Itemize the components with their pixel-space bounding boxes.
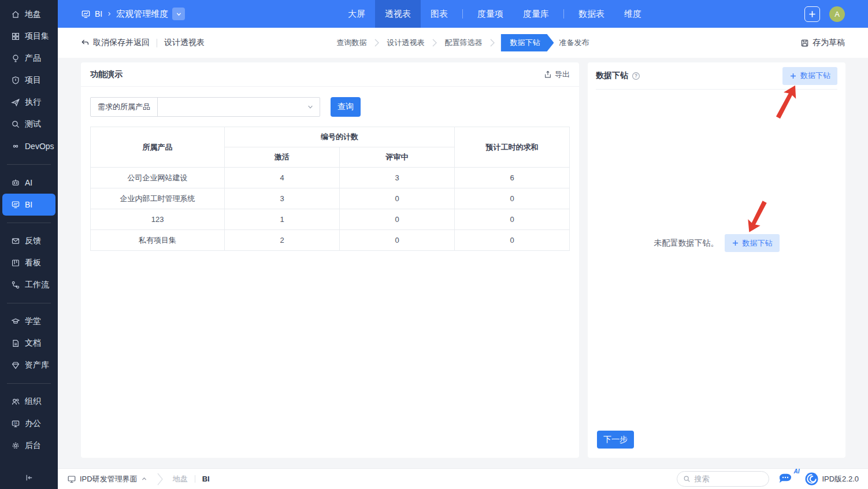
cell-value: 0 [455,188,570,209]
school-icon [10,317,20,327]
help-icon[interactable]: ? [632,72,640,80]
annotation-arrow-empty [743,198,771,235]
footer-crumb-divider [195,475,195,483]
search-input[interactable] [694,475,763,483]
sidebar-divider [7,303,51,303]
sidebar-item-admin[interactable]: 后台 [2,435,55,457]
table-row: 私有项目集200 [91,230,570,251]
sidebar-item-kanban[interactable]: 看板 [2,252,55,274]
sidebar-item-label: 测试 [25,119,41,129]
sidebar-item-project-set[interactable]: 项目集 [2,25,55,47]
ai-assistant-button[interactable]: AI [778,472,792,486]
cell-value: 1 [225,209,340,230]
drill-header-divider [596,89,837,90]
zentao-logo-icon[interactable] [805,472,818,486]
sidebar-item-ai[interactable]: AI [2,172,55,194]
version-label: IPD版2.2.0 [822,474,859,484]
devops-icon [10,142,20,151]
tab-透视表[interactable]: 透视表 [375,0,421,28]
step-设计透视表[interactable]: 设计透视表 [384,38,428,48]
add-drill-down-button-empty[interactable]: 数据下钻 [725,234,780,252]
cell-value: 3 [340,168,455,188]
app-switcher-label: IPD研发管理界面 [80,474,138,484]
cell-product: 123 [91,209,225,230]
collapse-left-icon [25,473,34,482]
step-separator-icon [374,39,380,47]
tab-数据表[interactable]: 数据表 [569,0,614,28]
query-button[interactable]: 查询 [331,97,361,117]
tab-度量项[interactable]: 度量项 [468,0,513,28]
sidebar-item-office[interactable]: OA办公 [2,413,55,435]
breadcrumb-chevron-icon [106,11,112,17]
sidebar-item-school[interactable]: 学堂 [2,310,55,332]
tab-group-divider [563,9,564,18]
step-准备发布[interactable]: 准备发布 [556,38,593,48]
tab-度量库[interactable]: 度量库 [513,0,559,28]
cell-value: 6 [455,168,570,188]
ai-icon [10,178,20,188]
tab-图表[interactable]: 图表 [421,0,458,28]
chevron-down-icon [176,11,182,17]
add-drill-down-label: 数据下钻 [743,238,773,249]
top-tabs: 大屏透视表图表度量项度量库数据表维度 [338,0,651,28]
design-pivot-label: 设计透视表 [164,38,205,48]
sidebar-divider [7,383,51,384]
next-step-button[interactable]: 下一步 [597,431,634,449]
app-switcher-button[interactable]: IPD研发管理界面 [67,474,147,484]
breadcrumb-page: 宏观管理维度 [116,9,168,20]
footer-crumb-home[interactable]: 地盘 [173,474,188,484]
tab-维度[interactable]: 维度 [614,0,651,28]
sidebar-item-label: 产品 [25,53,41,64]
select-chevron-down-icon [307,103,314,110]
sidebar-item-label: 项目集 [25,31,49,42]
drill-empty-text: 未配置数据下钻。 [654,238,719,249]
sidebar-collapse-button[interactable] [0,471,58,484]
export-icon [544,71,552,79]
page-dropdown-button[interactable] [172,8,185,20]
tab-大屏[interactable]: 大屏 [338,0,375,28]
product-filter-select[interactable] [158,98,320,116]
kanban-icon [10,258,20,268]
sidebar-item-execution[interactable]: 执行 [2,91,55,113]
table-row: 企业内部工时管理系统300 [91,188,570,209]
table-row: 公司企业网站建设436 [91,168,570,188]
sidebar-item-product[interactable]: 产品 [2,47,55,69]
create-button[interactable] [804,6,820,22]
breadcrumb-app[interactable]: BI [95,9,102,18]
sidebar-item-devops[interactable]: DevOps [2,135,55,157]
sidebar-item-project[interactable]: 项目 [2,69,55,91]
footer-crumb-bi[interactable]: BI [202,475,210,483]
sidebar-item-label: 学堂 [25,316,41,327]
step-查询数据[interactable]: 查询数据 [333,38,370,48]
project-icon [10,76,20,86]
sidebar-divider [7,164,51,165]
sidebar-item-label: 组织 [25,397,41,407]
cell-product: 私有项目集 [91,230,225,251]
avatar[interactable]: A [829,6,845,22]
sidebar-item-org[interactable]: 组织 [2,391,55,413]
step-配置筛选器[interactable]: 配置筛选器 [442,38,486,48]
step-数据下钻[interactable]: 数据下钻 [501,34,554,51]
cell-value: 3 [225,188,340,209]
drill-down-card: 数据下钻 ? 数据下钻 未配置数据下钻。 数据下钻 下一步 [588,62,845,458]
pivot-preview-card: 功能演示 导出 需求的所属产品 查询 所属产品 编号的计数 [81,62,579,458]
cancel-save-return-label: 取消保存并返回 [93,38,150,48]
cell-product: 公司企业网站建设 [91,168,225,188]
export-button[interactable]: 导出 [544,69,570,80]
step-separator-icon [490,39,495,47]
sidebar-item-assets[interactable]: 资产库 [2,354,55,376]
column-header-product: 所属产品 [91,127,225,168]
ai-chat-icon [778,472,792,484]
sidebar-item-test[interactable]: 测试 [2,113,55,135]
cancel-save-return-button[interactable]: 取消保存并返回 [81,38,150,48]
sidebar-item-home[interactable]: 地盘 [2,3,55,25]
sidebar-item-doc[interactable]: 文档 [2,332,55,354]
sidebar-item-bi[interactable]: BI [2,194,55,216]
sidebar-item-workflow[interactable]: 工作流 [2,274,55,296]
cell-value: 0 [340,209,455,230]
save-draft-button[interactable]: 存为草稿 [800,38,845,48]
sidebar-item-feedback[interactable]: 反馈 [2,230,55,252]
add-drill-down-button-top[interactable]: 数据下钻 [782,67,837,85]
sidebar-item-label: 办公 [25,418,41,429]
pivot-table: 所属产品 编号的计数 预计工时的求和 激活评审中 公司企业网站建设436企业内部… [90,127,570,251]
